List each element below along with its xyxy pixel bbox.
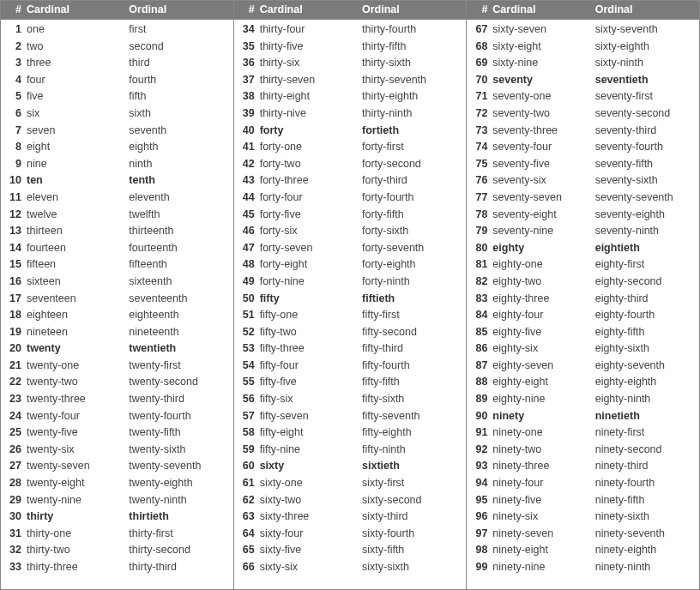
cell-cardinal: sixteen [25,274,127,291]
cell-number: 59 [238,442,258,459]
cell-number: 56 [238,391,258,408]
cell-number: 88 [470,374,491,391]
cell-cardinal: forty-six [258,223,360,240]
cell-cardinal: seventy-five [491,156,593,173]
cell-ordinal: eighty-eighth [594,374,696,391]
cell-cardinal: fourteen [25,240,127,257]
cell-number: 81 [470,256,491,274]
table-row: 21twenty-onetwenty-first [1,358,233,375]
cell-ordinal: twenty-sixth [127,442,229,459]
cell-cardinal: eighty [491,240,593,257]
table-row: 29twenty-ninetwenty-ninth [1,492,233,509]
table-row: 20twentytwentieth [1,340,233,358]
cell-ordinal: ninety-second [594,442,696,459]
cell-number: 18 [4,307,25,324]
table-row: 74seventy-fourseventy-fourth [467,139,699,156]
table-row: 61sixty-onesixty-first [234,475,467,492]
cell-number: 69 [470,55,491,72]
cell-cardinal: sixty-nine [491,55,593,72]
table-row: 35thirty-fivethirty-fifth [234,39,467,56]
cell-cardinal: sixty-seven [491,21,593,39]
cell-cardinal: forty-nine [258,274,360,291]
cell-ordinal: fiftieth [360,291,462,308]
column-header: #CardinalOrdinal [467,1,699,20]
cell-ordinal: first [127,21,229,39]
table-row: 39thirty-nivethirty-ninth [234,105,467,123]
cell-ordinal: eighty-ninth [594,391,696,408]
cell-ordinal: nineteenth [127,324,229,341]
cell-ordinal: ninety-fifth [594,492,696,509]
cell-number: 65 [238,542,258,559]
table-row: 71seventy-oneseventy-first [467,88,699,105]
cell-ordinal: ninety-seventh [594,526,696,543]
table-row: 4fourfourth [1,72,233,89]
cell-ordinal: seventy-eighth [594,207,696,224]
cell-cardinal: thirty-seven [258,72,360,89]
cell-number: 74 [470,139,491,156]
header-cardinal: Cardinal [491,3,593,15]
cell-ordinal: forty-first [360,139,462,156]
table-row: 78seventy-eightseventy-eighth [467,207,699,224]
cell-number: 43 [238,172,258,190]
cell-ordinal: sixty-ninth [594,55,696,72]
cell-cardinal: twenty-seven [25,458,127,475]
cell-ordinal: ninth [127,156,229,173]
table-row: 97ninety-sevenninety-seventh [467,526,699,543]
cell-cardinal: eleven [25,190,127,207]
cell-ordinal: seventy-sixth [594,172,696,190]
header-number: # [238,3,258,15]
cell-ordinal: ninety-ninth [594,559,696,576]
table-row: 62sixty-twosixty-second [234,492,467,509]
cell-ordinal: thirty-seventh [360,72,462,89]
table-row: 45forty-fiveforty-fifth [234,207,467,224]
cell-number: 55 [238,374,258,391]
cell-number: 22 [4,374,25,391]
table-row: 93ninety-threeninety-third [467,458,699,475]
cell-number: 10 [4,172,25,190]
cell-cardinal: thirty-nive [258,105,360,123]
cell-ordinal: twenty-eighth [127,475,229,492]
cell-number: 36 [238,55,258,72]
header-ordinal: Ordinal [360,3,462,15]
cell-number: 90 [470,408,491,425]
cell-ordinal: sixteenth [127,274,229,291]
table-row: 1onefirst [1,21,233,39]
header-cardinal: Cardinal [25,3,127,15]
cell-ordinal: seventeenth [127,291,229,308]
table-row: 51fifty-onefifty-first [234,307,467,324]
table-row: 11eleveneleventh [1,190,233,207]
cell-ordinal: seventy-ninth [594,223,696,240]
cell-ordinal: sixty-fourth [360,526,462,543]
table-row: 73seventy-threeseventy-third [467,123,699,140]
cell-cardinal: forty-three [258,172,360,190]
table-row: 19nineteennineteenth [1,324,233,341]
rows: 67sixty-sevensixty-seventh68sixty-eights… [467,20,699,589]
cell-number: 7 [4,123,25,140]
cell-ordinal: ninety-sixth [594,509,696,526]
cell-number: 47 [238,240,258,257]
cell-ordinal: twenty-third [127,391,229,408]
cell-ordinal: thirty-eighth [360,88,462,105]
cell-ordinal: eighteenth [127,307,229,324]
table-row: 17seventeenseventeenth [1,291,233,308]
cell-ordinal: sixty-eighth [594,39,696,56]
cell-ordinal: eighty-fourth [594,307,696,324]
cell-number: 6 [4,105,25,123]
cell-cardinal: ninety-nine [491,559,593,576]
cell-cardinal: seventy [491,72,593,89]
cell-ordinal: fifty-eighth [360,424,462,442]
cell-ordinal: sixty-third [360,509,462,526]
cell-cardinal: thirty-two [25,542,127,559]
cell-cardinal: ninety-four [491,475,593,492]
cell-ordinal: twenty-ninth [127,492,229,509]
cell-number: 60 [238,458,258,475]
cell-cardinal: seventy-one [491,88,593,105]
cell-number: 14 [4,240,25,257]
cell-number: 35 [238,39,258,56]
cell-number: 91 [470,424,491,442]
cell-cardinal: twenty [25,340,127,358]
cell-cardinal: twenty-six [25,442,127,459]
cell-number: 66 [238,559,258,576]
cell-cardinal: twenty-eight [25,475,127,492]
table-row: 64sixty-foursixty-fourth [234,526,467,543]
